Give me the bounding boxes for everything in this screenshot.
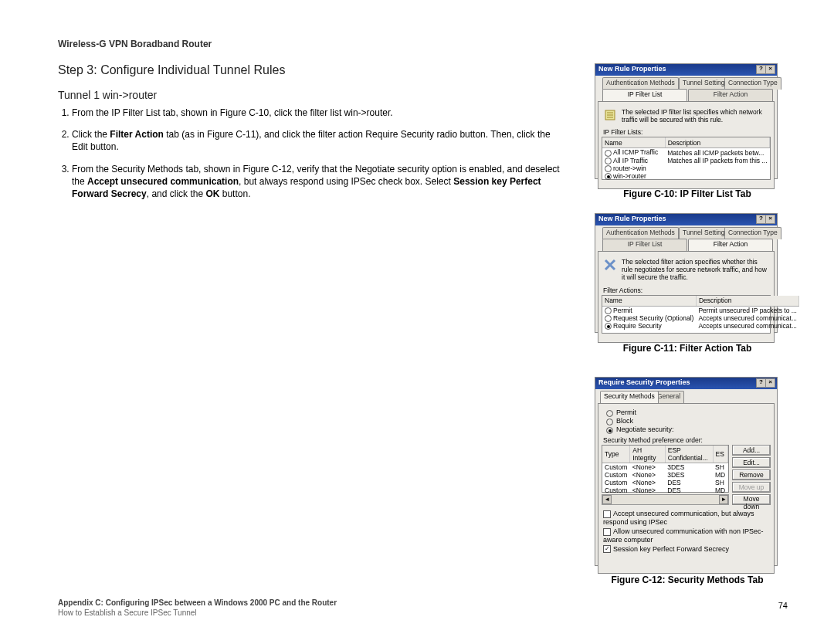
close-icon[interactable]: × (765, 215, 775, 224)
radio-block[interactable]: Block (606, 417, 771, 425)
list-label: Filter Actions: (603, 286, 771, 294)
radio-icon[interactable] (605, 315, 612, 322)
remove-button[interactable]: Remove (732, 469, 771, 480)
radio-icon[interactable] (605, 307, 612, 314)
scroll-left-icon[interactable]: ◂ (602, 495, 612, 504)
edit-button[interactable]: Edit... (732, 457, 771, 468)
radio-icon[interactable] (605, 323, 612, 330)
titlebar[interactable]: Require Security Properties ? × (595, 378, 777, 389)
cell: MD (713, 471, 728, 479)
cell: DES (665, 486, 713, 494)
move-up-button[interactable]: Move up (732, 482, 771, 493)
cell: MD (713, 486, 728, 494)
figure-c10-dialog: New Rule Properties ? × Authentication M… (595, 63, 778, 179)
radio-icon[interactable] (605, 150, 612, 157)
table-row[interactable]: All ICMP TrafficMatches all ICMP packets… (602, 148, 770, 157)
col-ah[interactable]: AH Integrity (630, 446, 666, 463)
col-name[interactable]: Name (602, 137, 665, 148)
tab-tunnel[interactable]: Tunnel Setting (679, 227, 729, 239)
close-icon[interactable]: × (765, 378, 775, 388)
col-es[interactable]: ES (713, 446, 728, 463)
check-allow-unsecured[interactable]: Allow unsecured communication with non I… (603, 527, 771, 544)
tab-security-methods[interactable]: Security Methods (600, 391, 659, 403)
cell: DES (665, 479, 713, 486)
cell (665, 164, 769, 172)
h-scrollbar[interactable]: ◂ ▸ (602, 494, 729, 505)
scroll-right-icon[interactable]: ▸ (719, 495, 728, 504)
list-item: From the IP Filter List tab, shown in Fi… (72, 107, 566, 119)
cell: <None> (630, 471, 666, 479)
table-row[interactable]: Custom<None>DESMD (602, 486, 728, 494)
cell: Custom (602, 471, 630, 479)
tabs-row-2: IP Filter List Filter Action (595, 239, 777, 251)
footer-appendix: Appendix C: Configuring IPSec between a … (58, 598, 337, 608)
cell: 3DES (665, 463, 713, 472)
add-button[interactable]: Add... (732, 445, 771, 456)
tab-connection[interactable]: Connection Type (724, 227, 781, 239)
cell: All IP Traffic (613, 157, 648, 164)
col-desc[interactable]: Description (665, 137, 769, 148)
check-pfs[interactable]: ✓Session key Perfect Forward Secrecy (603, 545, 771, 554)
page: Wireless-G VPN Boradband Router Step 3: … (0, 0, 834, 644)
instruction-list: From the IP Filter List tab, shown in Fi… (58, 107, 566, 209)
security-methods-listbox[interactable]: Type AH Integrity ESP Confidential... ES… (602, 445, 729, 493)
info-text: The selected filter action specifies whe… (622, 258, 769, 282)
table-row[interactable]: Custom<None>3DESMD (602, 471, 728, 479)
col-type[interactable]: Type (602, 446, 630, 463)
filter-actions-listbox[interactable]: Name Description PermitPermit unsecured … (602, 295, 771, 334)
table-row[interactable]: win->router (602, 172, 770, 180)
tabs-row-1: Authentication Methods Tunnel Setting Co… (595, 77, 777, 90)
radio-permit[interactable]: Permit (606, 408, 771, 416)
table-row[interactable]: Custom<None>DESSH (602, 479, 728, 486)
tab-filter-action[interactable]: Filter Action (688, 89, 773, 101)
instr-text: , and click the (147, 188, 206, 199)
tab-ip-filter-list[interactable]: IP Filter List (602, 239, 687, 251)
table-row[interactable]: PermitPermit unsecured IP packets to ... (602, 306, 799, 314)
footer-subtitle: How to Establish a Secure IPSec Tunnel (58, 608, 337, 618)
cell: SH (713, 479, 728, 486)
tab-authentication[interactable]: Authentication Methods (602, 77, 679, 90)
tab-tunnel[interactable]: Tunnel Setting (679, 77, 729, 90)
instr-bold: Accept unsecured communication (87, 176, 239, 187)
radio-icon[interactable] (605, 173, 612, 180)
step-subtitle: Tunnel 1 win->router (58, 89, 157, 101)
tabs-row-2: IP Filter List Filter Action (595, 89, 777, 101)
tab-authentication[interactable]: Authentication Methods (602, 227, 679, 239)
instr-bold: OK (205, 188, 219, 199)
radio-negotiate[interactable]: Negotiate security: (606, 425, 771, 433)
dialog-title: Require Security Properties (598, 378, 690, 386)
col-esp[interactable]: ESP Confidential... (665, 446, 713, 463)
cell: SH (713, 463, 728, 472)
table-row[interactable]: Require SecurityAccepts unsecured commun… (602, 322, 799, 330)
figure-c12-caption: Figure C-12: Security Methods Tab (595, 575, 780, 585)
close-icon[interactable]: × (765, 65, 775, 74)
tab-connection[interactable]: Connection Type (724, 77, 781, 90)
cell: 3DES (665, 471, 713, 479)
pref-label: Security Method preference order: (603, 436, 771, 444)
tab-ip-filter-list[interactable]: IP Filter List (602, 89, 687, 101)
figure-c11-dialog: New Rule Properties ? × Authentication M… (595, 213, 778, 333)
radio-icon[interactable] (605, 158, 612, 164)
titlebar[interactable]: New Rule Properties ? × (595, 64, 777, 76)
info-row: The selected IP filter list specifies wh… (603, 108, 769, 124)
radio-icon (606, 427, 613, 434)
cell: Custom (602, 479, 630, 486)
instr-text: , but always respond using IPSec check b… (239, 176, 453, 187)
footer: Appendix C: Configuring IPSec between a … (58, 598, 337, 618)
tab-filter-action[interactable]: Filter Action (688, 239, 773, 251)
table-row[interactable]: Request Security (Optional)Accepts unsec… (602, 314, 799, 322)
titlebar[interactable]: New Rule Properties ? × (595, 214, 777, 225)
cell: All ICMP Traffic (613, 148, 658, 156)
table-row[interactable]: router->win (602, 164, 770, 172)
radio-icon[interactable] (605, 165, 612, 172)
move-down-button[interactable]: Move down (732, 494, 771, 505)
col-desc[interactable]: Description (696, 296, 799, 307)
cell (665, 172, 769, 180)
table-row[interactable]: All IP TrafficMatches all IP packets fro… (602, 157, 770, 164)
ip-filter-listbox[interactable]: Name Description All ICMP TrafficMatches… (602, 137, 771, 180)
table-row[interactable]: Custom<None>3DESSH (602, 463, 728, 472)
page-number: 74 (778, 601, 788, 610)
check-accept-unsecured[interactable]: Accept unsecured communication, but alwa… (603, 510, 771, 526)
list-label: IP Filter Lists: (603, 128, 771, 136)
col-name[interactable]: Name (602, 296, 696, 307)
